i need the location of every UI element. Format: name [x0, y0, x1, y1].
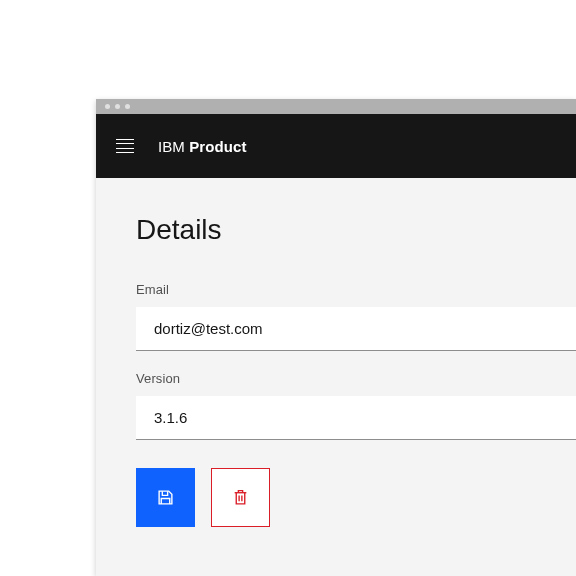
brand: IBM Product: [158, 138, 247, 155]
email-field-group: Email: [136, 282, 576, 351]
page-title: Details: [136, 214, 576, 246]
traffic-light-maximize[interactable]: [125, 104, 130, 109]
traffic-light-minimize[interactable]: [115, 104, 120, 109]
save-button[interactable]: [136, 468, 195, 527]
version-field[interactable]: [136, 396, 576, 440]
email-label: Email: [136, 282, 576, 297]
version-field-group: Version: [136, 371, 576, 440]
version-label: Version: [136, 371, 576, 386]
app-header: IBM Product: [96, 114, 576, 178]
browser-titlebar: [96, 99, 576, 114]
menu-icon[interactable]: [116, 139, 134, 154]
trash-icon: [232, 489, 249, 506]
traffic-light-close[interactable]: [105, 104, 110, 109]
button-row: [136, 468, 576, 527]
brand-prefix: IBM: [158, 138, 185, 155]
save-icon: [157, 489, 174, 506]
content-area: Details Email Version: [96, 178, 576, 527]
email-field[interactable]: [136, 307, 576, 351]
brand-name: Product: [189, 138, 246, 155]
browser-window: IBM Product Details Email Version: [96, 99, 576, 576]
delete-button[interactable]: [211, 468, 270, 527]
